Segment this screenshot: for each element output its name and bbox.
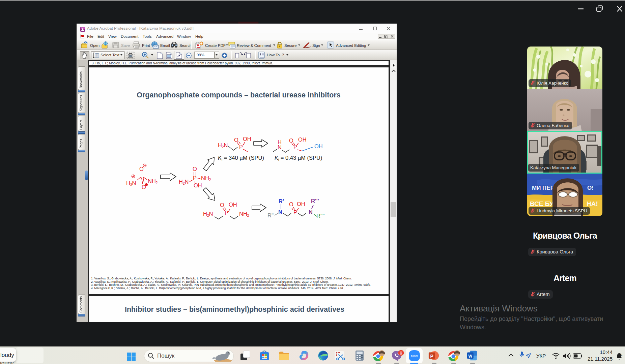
svg-text:zoom: zoom: [411, 354, 418, 358]
svg-text:N: N: [278, 144, 282, 150]
svg-text:O: O: [220, 202, 224, 208]
svg-text:P: P: [225, 210, 228, 216]
svg-text:НА!: НА!: [587, 200, 598, 207]
svg-text:МИ ПЕР: МИ ПЕР: [532, 185, 554, 191]
svg-text:H2N: H2N: [218, 142, 228, 149]
svg-text:NH2: NH2: [239, 211, 249, 217]
svg-text:NH2: NH2: [201, 175, 211, 182]
svg-text:O: O: [289, 138, 293, 144]
svg-text:O: O: [289, 201, 293, 207]
svg-text:N: N: [278, 209, 282, 215]
svg-text:R': R': [279, 198, 284, 204]
svg-text:H2N: H2N: [203, 211, 213, 217]
svg-text:OH: OH: [194, 182, 202, 188]
svg-text:OH: OH: [297, 201, 305, 207]
svg-text:R'': R'': [267, 212, 274, 218]
svg-text:P: P: [430, 354, 433, 359]
svg-text:Ki = 340 µM (SPU): Ki = 340 µM (SPU): [218, 155, 264, 161]
svg-text:OH: OH: [229, 202, 237, 208]
svg-text:P: P: [193, 175, 197, 181]
svg-text:z: z: [621, 353, 623, 356]
svg-text:P: P: [293, 144, 297, 150]
svg-text:OH: OH: [243, 136, 251, 142]
svg-text:H3N: H3N: [126, 180, 136, 187]
svg-text:P: P: [293, 209, 297, 215]
svg-text:О!: О!: [587, 185, 594, 191]
svg-text:P: P: [239, 144, 243, 150]
svg-text:R'''': R'''': [316, 213, 325, 219]
svg-text:W: W: [468, 354, 473, 359]
svg-text:O: O: [139, 166, 144, 172]
svg-text:NH2: NH2: [148, 178, 158, 185]
svg-text:O: O: [234, 137, 238, 143]
svg-text:O: O: [193, 166, 197, 172]
svg-text:N: N: [309, 209, 313, 215]
svg-text:H2N: H2N: [179, 179, 189, 185]
svg-text:OH: OH: [298, 136, 307, 143]
svg-text:R''': R''': [311, 198, 319, 204]
svg-text:OH: OH: [314, 143, 323, 149]
svg-text:Ki = 0.43 µM (SPU): Ki = 0.43 µM (SPU): [275, 155, 322, 161]
svg-text:9: 9: [400, 351, 402, 356]
